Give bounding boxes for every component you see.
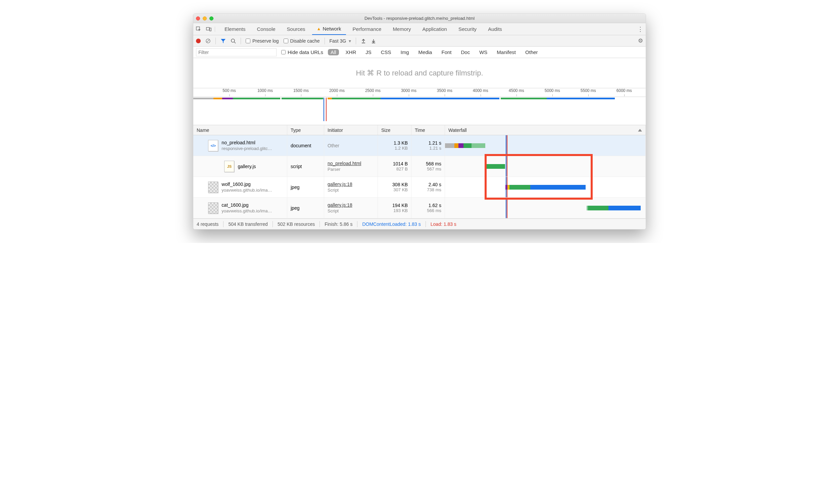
overview-segment [327,98,332,99]
overview-segment [233,98,280,99]
preserve-log-checkbox[interactable]: Preserve log [246,38,279,43]
ruler-tick: 5000 ms [545,88,560,93]
preserve-log-label: Preserve log [252,38,279,43]
filter-type-manifest[interactable]: Manifest [494,49,518,55]
request-initiator[interactable]: gallery.js:18 [327,202,374,208]
filter-icon[interactable] [220,38,226,43]
filter-type-xhr[interactable]: XHR [343,49,359,55]
status-load: Load: 1.83 s [431,221,457,227]
window-title: DevTools - responsive-preload.glitch.me/… [193,16,646,21]
timeline-overview[interactable]: 500 ms1000 ms1500 ms2000 ms2500 ms3000 m… [193,88,646,125]
filter-type-other[interactable]: Other [522,49,541,55]
request-size-decoded: 1.2 KB [395,146,408,151]
tab-memory[interactable]: Memory [388,23,415,35]
disable-cache-checkbox[interactable]: Disable cache [284,38,320,43]
col-initiator[interactable]: Initiator [324,125,378,135]
inspect-element-icon[interactable] [196,26,201,32]
status-resources: 502 KB resources [278,221,315,227]
waterfall-bar[interactable] [505,185,586,190]
request-time: 1.21 s [429,140,441,146]
devtools-window: DevTools - responsive-preload.glitch.me/… [193,14,646,230]
ruler-tick: 5500 ms [581,88,596,93]
hide-data-urls-label: Hide data URLs [288,49,323,55]
filter-type-ws[interactable]: WS [477,49,490,55]
filter-input[interactable] [196,48,276,56]
request-type: document [287,135,324,156]
waterfall-segment [608,206,641,210]
throttle-select[interactable]: Fast 3G ▾ [329,38,351,43]
request-initiator[interactable]: gallery.js:18 [327,182,374,187]
col-time[interactable]: Time [411,125,445,135]
ruler-tick: 1000 ms [257,88,273,93]
request-host: yoavweiss.github.io/ima… [221,209,272,213]
network-filter-bar: Hide data URLs AllXHRJSCSSImgMediaFontDo… [193,47,646,58]
request-time: 568 ms [426,161,441,166]
request-time: 2.40 s [429,182,441,187]
tab-application[interactable]: Application [418,23,452,35]
waterfall-segment [454,143,459,148]
throttle-value: Fast 3G [329,38,346,43]
record-button[interactable] [196,39,201,43]
search-icon[interactable] [231,38,236,43]
js-file-icon: JS [224,161,234,172]
filter-type-img[interactable]: Img [398,49,412,55]
tab-audits[interactable]: Audits [483,23,507,35]
upload-icon[interactable] [361,38,366,43]
tab-sources[interactable]: Sources [282,23,310,35]
waterfall-bar[interactable] [486,164,505,169]
waterfall-bar[interactable] [445,143,485,148]
request-latency: 566 ms [427,208,441,213]
table-header: Name Type Initiator Size Time Waterfall [193,125,646,135]
col-type[interactable]: Type [287,125,324,135]
ruler-tick: 4000 ms [473,88,488,93]
request-size-decoded: 193 KB [393,208,408,213]
table-row[interactable]: cat_1600.jpgyoavweiss.github.io/ima…jpeg… [193,198,646,218]
waterfall-bar[interactable] [587,206,641,210]
tab-elements[interactable]: Elements [220,23,250,35]
request-latency: 567 ms [427,166,441,172]
filter-type-css[interactable]: CSS [378,49,394,55]
chevron-down-icon: ▾ [349,38,351,43]
col-name[interactable]: Name [193,125,287,135]
overview-segment [213,98,222,99]
table-row[interactable]: JSgallery.jsscriptno_preload.htmlParser1… [193,156,646,177]
tab-performance[interactable]: Performance [348,23,386,35]
status-finish: Finish: 5.86 s [324,221,352,227]
hide-data-urls-checkbox[interactable]: Hide data URLs [281,49,323,55]
ruler-tick: 2500 ms [365,88,380,93]
request-initiator[interactable]: no_preload.html [327,161,374,166]
more-options-icon[interactable]: ⋮ [638,26,643,32]
network-table: Name Type Initiator Size Time Waterfall … [193,125,646,218]
filter-type-doc[interactable]: Doc [458,49,472,55]
initiator-type: Script [327,209,374,213]
image-file-icon [208,202,218,214]
request-type: jpeg [287,177,324,197]
table-row[interactable]: wolf_1600.jpgyoavweiss.github.io/ima…jpe… [193,177,646,198]
sort-indicator-icon [638,129,642,131]
device-toolbar-icon[interactable] [206,26,211,32]
settings-icon[interactable]: ⚙ [638,37,643,44]
tab-network[interactable]: ▲Network [312,23,346,35]
devtools-tabs: ElementsConsoleSources▲NetworkPerformanc… [193,23,646,35]
filter-type-js[interactable]: JS [363,49,374,55]
request-size: 308 KB [392,182,408,187]
clear-icon[interactable] [206,38,211,43]
filter-type-font[interactable]: Font [439,49,454,55]
download-icon[interactable] [371,38,376,43]
filter-type-media[interactable]: Media [416,49,435,55]
svg-rect-2 [210,28,211,31]
col-waterfall[interactable]: Waterfall [445,125,646,135]
table-row[interactable]: </>no_preload.htmlresponsive-preload.gli… [193,135,646,156]
overview-segment [380,98,499,99]
filter-type-all[interactable]: All [328,49,339,55]
col-size[interactable]: Size [378,125,411,135]
ruler-tick: 3500 ms [437,88,452,93]
request-type: jpeg [287,198,324,218]
tab-console[interactable]: Console [252,23,280,35]
request-size-decoded: 827 B [396,166,408,172]
tab-security[interactable]: Security [454,23,481,35]
warning-icon: ▲ [317,26,321,31]
request-size: 1014 B [393,161,408,166]
waterfall-segment [471,143,486,148]
html-file-icon: </> [208,140,218,151]
